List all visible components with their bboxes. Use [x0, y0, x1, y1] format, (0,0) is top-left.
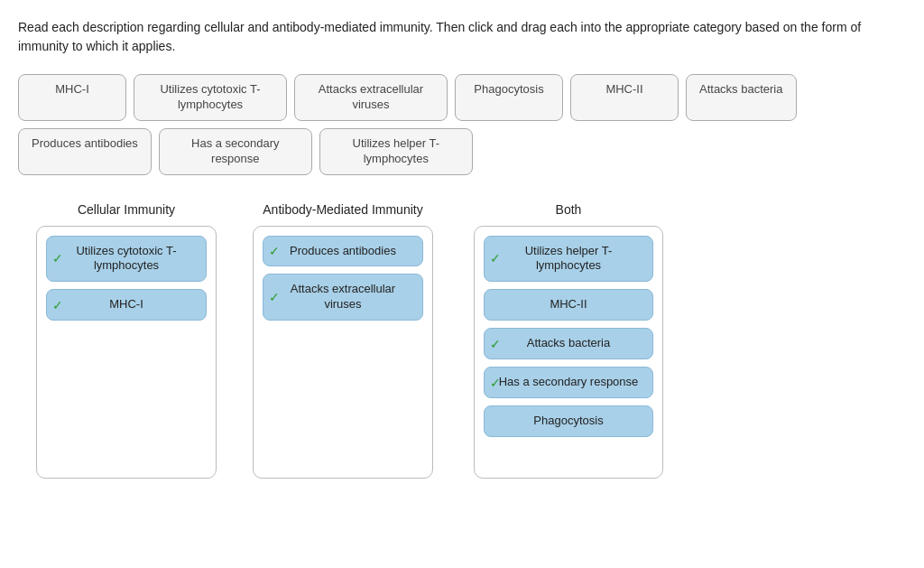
- source-items-container: MHC-I Utilizes cytotoxic T-lymphocytes A…: [18, 74, 902, 175]
- drop-chip-bacteria: Attacks bacteria: [484, 328, 653, 359]
- drop-chip-phago: Phagocytosis: [484, 405, 653, 437]
- both-dropzone[interactable]: Utilizes helper T-lymphocytes MHC-II Att…: [474, 226, 663, 479]
- chip-mhc1[interactable]: MHC-I: [18, 74, 126, 121]
- chip-cyto-t[interactable]: Utilizes cytotoxic T-lymphocytes: [134, 74, 287, 121]
- drop-chip-mhc1: MHC-I: [46, 289, 207, 321]
- instructions-text: Read each description regarding cellular…: [18, 18, 902, 56]
- drop-chip-antibodies: Produces antibodies: [263, 236, 423, 267]
- chip-helper-t[interactable]: Utilizes helper T-lymphocytes: [319, 128, 473, 175]
- cellular-immunity-title: Cellular Immunity: [78, 202, 175, 217]
- antibody-immunity-title: Antibody-Mediated Immunity: [263, 202, 422, 217]
- drop-chip-extracell: Attacks extracellular viruses: [263, 274, 423, 321]
- both-title: Both: [556, 202, 582, 217]
- cellular-immunity-column: Cellular Immunity Utilizes cytotoxic T-l…: [36, 202, 217, 479]
- chip-mhc2[interactable]: MHC-II: [570, 74, 679, 121]
- chip-secondary[interactable]: Has a secondary response: [159, 128, 312, 175]
- drop-chip-secondary: Has a secondary response: [484, 367, 653, 398]
- categories-row: Cellular Immunity Utilizes cytotoxic T-l…: [18, 202, 906, 479]
- chip-phago[interactable]: Phagocytosis: [455, 74, 563, 121]
- chip-extracell[interactable]: Attacks extracellular viruses: [294, 74, 448, 121]
- drop-chip-helper-t: Utilizes helper T-lymphocytes: [484, 236, 653, 283]
- drop-chip-cyto-t: Utilizes cytotoxic T-lymphocytes: [46, 236, 207, 283]
- antibody-immunity-column: Antibody-Mediated Immunity Produces anti…: [253, 202, 433, 479]
- chip-antibodies[interactable]: Produces antibodies: [18, 128, 152, 175]
- chip-bacteria[interactable]: Attacks bacteria: [686, 74, 797, 121]
- antibody-immunity-dropzone[interactable]: Produces antibodies Attacks extracellula…: [253, 226, 433, 479]
- drop-chip-mhc2: MHC-II: [484, 289, 653, 321]
- cellular-immunity-dropzone[interactable]: Utilizes cytotoxic T-lymphocytes MHC-I: [36, 226, 217, 479]
- both-column: Both Utilizes helper T-lymphocytes MHC-I…: [469, 202, 668, 479]
